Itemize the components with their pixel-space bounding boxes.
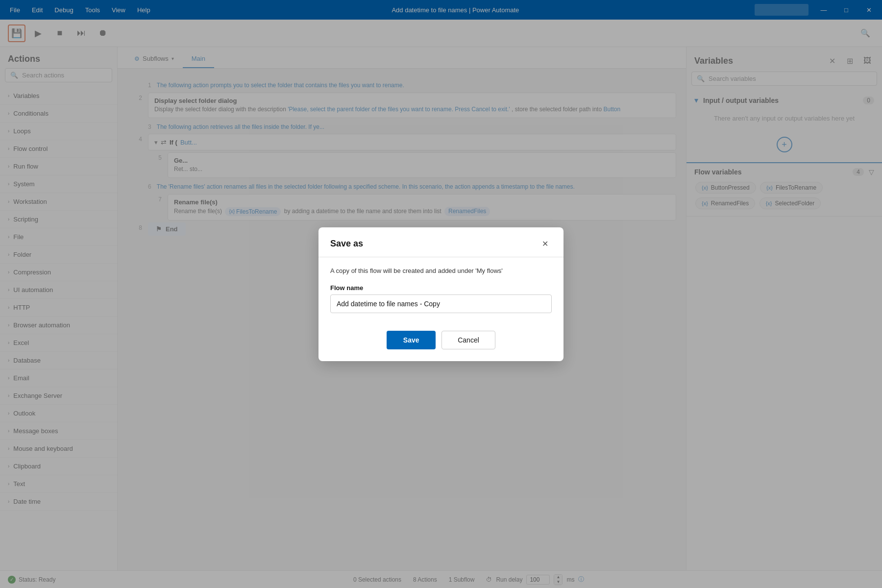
modal-body: A copy of this flow will be created and … bbox=[318, 257, 564, 323]
modal-header: Save as ✕ bbox=[318, 227, 564, 257]
flow-name-label: Flow name bbox=[330, 284, 552, 292]
modal-close-button[interactable]: ✕ bbox=[538, 237, 552, 251]
modal-save-button[interactable]: Save bbox=[387, 331, 436, 349]
modal-cancel-button[interactable]: Cancel bbox=[441, 331, 495, 349]
modal-title: Save as bbox=[330, 239, 363, 249]
modal-overlay: Save as ✕ A copy of this flow will be cr… bbox=[0, 0, 882, 588]
flow-name-input[interactable] bbox=[330, 294, 552, 313]
modal-description: A copy of this flow will be created and … bbox=[330, 267, 552, 274]
modal-footer: Save Cancel bbox=[318, 323, 564, 361]
save-as-modal: Save as ✕ A copy of this flow will be cr… bbox=[318, 227, 564, 361]
